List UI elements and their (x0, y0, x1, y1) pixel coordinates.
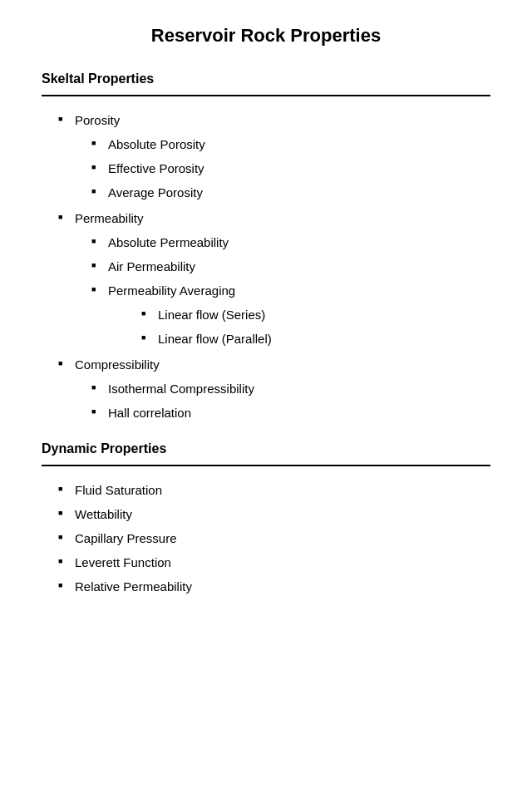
item-label: Relative Permeability (75, 578, 192, 595)
item-label: Hall correlation (108, 404, 191, 421)
bullet-icon: ■ (91, 138, 103, 149)
compressibility-sublist: ■ Isothermal Compressibility ■ Hall corr… (58, 377, 490, 425)
list-item: ■ Wettability (58, 502, 490, 526)
section-header-skeletal: Skeltal Properties (42, 71, 490, 90)
list-item: ■ Capillary Pressure (58, 526, 490, 550)
bullet-icon: ■ (58, 580, 70, 591)
item-label: Linear flow (Parallel) (158, 330, 272, 347)
item-label: Absolute Permeability (108, 234, 229, 251)
bullet-icon: ■ (91, 236, 103, 247)
bullet-icon: ■ (91, 162, 103, 173)
list-item: ■ Leverett Function (58, 550, 490, 574)
item-label: Wettability (75, 505, 132, 523)
list-item: ■ Absolute Porosity (91, 132, 490, 156)
list-item: ■ Hall correlation (91, 401, 490, 425)
page-title: Reservoir Rock Properties (42, 25, 490, 47)
bullet-icon: ■ (141, 308, 153, 319)
item-label: Effective Porosity (108, 160, 204, 177)
item-label: Leverett Function (75, 554, 171, 571)
bullet-icon: ■ (58, 212, 70, 223)
list-item: ■ Air Permeability (91, 254, 490, 278)
dynamic-list: ■ Fluid Saturation ■ Wettability ■ Capil… (42, 478, 490, 598)
item-label: Capillary Pressure (75, 530, 177, 547)
list-item: ■ Porosity (58, 108, 490, 132)
item-label: Permeability (75, 209, 144, 227)
page-container: Reservoir Rock Properties Skeltal Proper… (0, 0, 532, 798)
bullet-icon: ■ (58, 114, 70, 125)
item-label: Porosity (75, 111, 120, 129)
item-label: Isothermal Compressibility (108, 380, 254, 397)
list-item: ■ Permeability Averaging (91, 278, 490, 303)
list-item: ■ Absolute Permeability (91, 230, 490, 254)
bullet-icon: ■ (91, 406, 103, 417)
item-label: Compressibility (75, 356, 160, 373)
section-divider-skeletal (42, 95, 490, 96)
list-item: ■ Linear flow (Series) (141, 303, 490, 327)
list-item: ■ Effective Porosity (91, 156, 490, 180)
item-label: Fluid Saturation (75, 481, 162, 499)
skeletal-list: ■ Porosity ■ Absolute Porosity ■ Effecti… (42, 108, 490, 425)
list-item: ■ Average Porosity (91, 180, 490, 204)
section-divider-dynamic (42, 465, 490, 466)
permeability-sublist: ■ Absolute Permeability ■ Air Permeabili… (58, 230, 490, 351)
porosity-sublist: ■ Absolute Porosity ■ Effective Porosity… (58, 132, 490, 204)
list-item: ■ Compressibility (58, 352, 490, 377)
list-item: ■ Permeability (58, 206, 490, 230)
list-item: ■ Linear flow (Parallel) (141, 327, 490, 351)
section-dynamic: Dynamic Properties ■ Fluid Saturation ■ … (42, 441, 490, 598)
bullet-icon: ■ (58, 532, 70, 543)
item-label: Average Porosity (108, 184, 203, 201)
item-label: Permeability Averaging (108, 282, 235, 299)
item-label: Absolute Porosity (108, 135, 205, 153)
section-header-dynamic: Dynamic Properties (42, 441, 490, 460)
bullet-icon: ■ (91, 260, 103, 271)
list-item: ■ Fluid Saturation (58, 478, 490, 502)
bullet-icon: ■ (58, 508, 70, 519)
item-label: Air Permeability (108, 258, 195, 275)
bullet-icon: ■ (58, 556, 70, 567)
permeability-averaging-sublist: ■ Linear flow (Series) ■ Linear flow (Pa… (91, 303, 490, 351)
bullet-icon: ■ (91, 284, 103, 295)
section-skeletal: Skeltal Properties ■ Porosity ■ Absolute… (42, 71, 490, 425)
bullet-icon: ■ (58, 358, 70, 369)
item-label: Linear flow (Series) (158, 306, 265, 323)
list-item: ■ Relative Permeability (58, 574, 490, 598)
bullet-icon: ■ (91, 186, 103, 197)
list-item: ■ Isothermal Compressibility (91, 377, 490, 401)
bullet-icon: ■ (91, 382, 103, 393)
bullet-icon: ■ (141, 332, 153, 343)
bullet-icon: ■ (58, 484, 70, 495)
